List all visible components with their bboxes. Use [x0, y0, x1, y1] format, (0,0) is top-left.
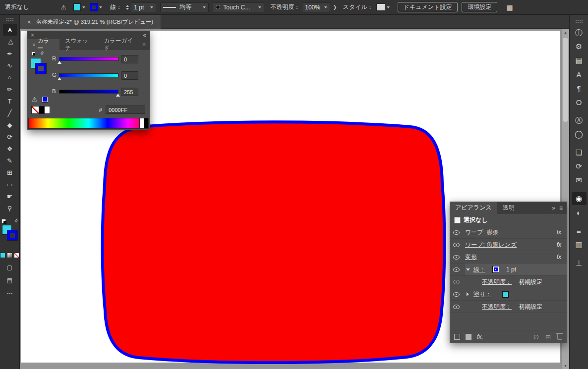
- workspace-switcher-icon[interactable]: ▦: [506, 3, 513, 11]
- fill-dropdown-caret-icon[interactable]: [82, 6, 85, 8]
- close-panel-icon[interactable]: ×: [31, 32, 34, 39]
- blue-slider-thumb[interactable]: [116, 94, 120, 97]
- comments-panel-icon[interactable]: ✉: [572, 174, 587, 187]
- tab-transparency[interactable]: 透明: [497, 202, 520, 214]
- add-new-stroke-icon[interactable]: [454, 334, 460, 340]
- red-slider-thumb[interactable]: [58, 61, 61, 64]
- none-mode-button[interactable]: [14, 253, 19, 258]
- fill-color-swatch[interactable]: [502, 291, 509, 298]
- transform-effect-link[interactable]: 変形: [465, 253, 477, 262]
- warp-fisheye-effect-link[interactable]: ワープ: 魚眼レンズ: [465, 241, 517, 249]
- red-slider-track[interactable]: [59, 57, 118, 61]
- preferences-button[interactable]: 環境設定: [462, 2, 497, 12]
- stroke-weight-stepper[interactable]: [126, 5, 129, 10]
- edit-toolbar-button[interactable]: ⋯: [7, 290, 13, 297]
- brush-select[interactable]: Touch C...: [213, 2, 264, 12]
- stroke-weight-caret-icon[interactable]: [150, 6, 153, 8]
- visibility-eye-icon[interactable]: [453, 243, 460, 247]
- hand-tool[interactable]: ☛: [3, 190, 17, 202]
- blue-slider-track[interactable]: [59, 90, 118, 94]
- visibility-eye-icon[interactable]: [453, 305, 460, 309]
- opacity-input[interactable]: [305, 4, 323, 11]
- stroke-panel-icon[interactable]: ≡: [572, 224, 587, 237]
- stroke-dropdown-caret-icon[interactable]: [99, 6, 102, 8]
- panel-menu-icon[interactable]: ≡: [559, 205, 563, 211]
- tab-color[interactable]: カラー: [27, 39, 59, 50]
- artboard-tool[interactable]: ▭: [3, 178, 17, 190]
- collapse-panel-icon[interactable]: «: [143, 32, 146, 39]
- none-color-swatch[interactable]: [31, 106, 39, 114]
- document-tab[interactable]: × 名称未設定-2* @ 319.21 % (RGB/プレビュー): [20, 15, 161, 29]
- pencil-tool[interactable]: ✎: [3, 155, 17, 166]
- swap-colors-icon[interactable]: ⇄: [13, 217, 19, 223]
- graphic-styles-panel-icon[interactable]: ◐: [572, 206, 587, 219]
- opacity-caret-icon[interactable]: [324, 6, 327, 8]
- visibility-eye-icon[interactable]: [453, 292, 460, 297]
- spectrum-white-swatch[interactable]: [139, 118, 144, 128]
- panel-menu-icon[interactable]: ≡: [142, 42, 146, 48]
- stroke-row-content[interactable]: 線： 1 pt: [465, 264, 567, 275]
- color-mode-button[interactable]: [0, 253, 5, 258]
- collapse-chevron-icon[interactable]: [466, 268, 470, 271]
- tab-swatches[interactable]: スウォッチ: [59, 39, 98, 50]
- appearance-row-transform[interactable]: 変形 fx: [450, 251, 567, 264]
- appearance-panel-icon[interactable]: ◉: [572, 192, 587, 205]
- delete-item-icon[interactable]: [557, 334, 562, 340]
- type-tool[interactable]: T: [3, 95, 17, 107]
- collapse-panel-icon[interactable]: »: [552, 205, 555, 211]
- color-spectrum-bar[interactable]: [28, 118, 149, 129]
- warp-bulge-effect-link[interactable]: ワープ: 膨張: [465, 228, 498, 237]
- shaper-tool[interactable]: ◆: [3, 119, 17, 131]
- close-tab-icon[interactable]: ×: [27, 18, 31, 26]
- color-panel-icon[interactable]: ◯: [572, 128, 587, 141]
- warped-rectangle-shape[interactable]: [103, 122, 445, 363]
- info-panel-icon[interactable]: ⓘ: [572, 26, 587, 39]
- line-segment-tool[interactable]: ╱: [3, 107, 17, 119]
- duplicate-item-icon[interactable]: ⊞: [545, 333, 551, 341]
- zoom-tool[interactable]: ⚲: [3, 202, 17, 214]
- green-slider-thumb[interactable]: [58, 77, 61, 80]
- draw-mode-icon[interactable]: ▢: [7, 264, 12, 271]
- visibility-eye-icon[interactable]: [453, 280, 460, 284]
- character-styles-panel-icon[interactable]: Ⓐ: [572, 114, 587, 127]
- clear-appearance-icon[interactable]: ∅: [533, 333, 539, 341]
- visibility-eye-icon[interactable]: [453, 255, 460, 260]
- paintbrush-tool[interactable]: ✏: [3, 83, 17, 95]
- white-swatch[interactable]: [45, 106, 50, 114]
- direct-selection-tool[interactable]: ▷: [3, 36, 17, 48]
- brush-caret-icon[interactable]: [258, 6, 261, 8]
- out-of-gamut-warning-icon[interactable]: ⚠: [32, 96, 38, 103]
- style-caret-icon[interactable]: [387, 6, 390, 8]
- default-colors-icon[interactable]: [1, 219, 6, 223]
- blue-value-input[interactable]: [121, 88, 138, 96]
- fill-color-swatch[interactable]: [73, 3, 81, 11]
- curvature-tool[interactable]: ∿: [3, 59, 17, 71]
- appearance-row-stroke-opacity[interactable]: 不透明度： 初期設定: [450, 276, 567, 288]
- mesh-tool[interactable]: ⊞: [3, 166, 17, 178]
- stroke-weight-input[interactable]: [134, 4, 149, 11]
- gradient-panel-icon[interactable]: ▥: [572, 238, 587, 251]
- screen-mode-icon[interactable]: ▤: [7, 277, 12, 284]
- toolbar-stroke-swatch[interactable]: [7, 230, 17, 240]
- gear-panel-icon[interactable]: ⚙: [572, 40, 587, 53]
- opacity-link[interactable]: 不透明度：: [482, 303, 512, 311]
- pen-tool[interactable]: ✒: [3, 48, 17, 59]
- scroll-up-icon[interactable]: ▲: [564, 31, 567, 34]
- rotate-tool[interactable]: ⟳: [3, 131, 17, 143]
- fill-link[interactable]: 塗り：: [473, 290, 491, 299]
- expand-chevron-icon[interactable]: [467, 292, 469, 296]
- opacity-more-chevron-icon[interactable]: ❯: [333, 4, 337, 10]
- character-panel-icon[interactable]: A: [572, 68, 587, 81]
- scrollbar-thumb[interactable]: [563, 38, 568, 122]
- appearance-row-stroke[interactable]: 線： 1 pt: [450, 264, 567, 276]
- add-effect-icon[interactable]: fx,: [477, 333, 483, 340]
- width-profile-caret-icon[interactable]: [203, 6, 206, 8]
- spectrum-black-swatch[interactable]: [144, 118, 148, 128]
- add-new-fill-icon[interactable]: [466, 334, 471, 340]
- green-slider-track[interactable]: [59, 73, 118, 77]
- opentype-panel-icon[interactable]: O: [572, 96, 587, 108]
- toolbar-grip-icon[interactable]: [6, 17, 14, 21]
- tab-color-guide[interactable]: カラーガイド: [98, 39, 142, 50]
- stroke-link[interactable]: 線：: [473, 265, 485, 274]
- red-value-input[interactable]: [121, 55, 138, 63]
